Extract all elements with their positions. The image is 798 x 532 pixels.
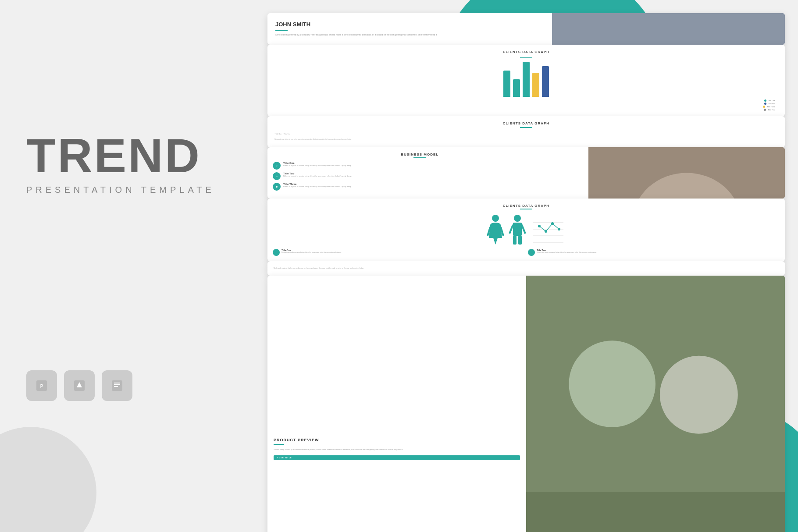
svg-rect-20 <box>518 236 522 245</box>
overflow-separator <box>520 127 532 128</box>
biz-row-2: ☆ Title Two Refers to a good or service … <box>273 172 566 180</box>
slide2-legend: Title One Title Two Title Three Title Fo… <box>273 99 780 111</box>
slide3-title: BUSINESS MODEL <box>273 153 566 156</box>
slide1-photo <box>552 13 785 45</box>
slide4-sep <box>520 209 532 209</box>
slide3-left: BUSINESS MODEL ✓ Title One Refers to a g… <box>273 153 566 191</box>
slide1-desc: Service being offered by a company refer… <box>275 33 536 37</box>
svg-rect-34 <box>526 492 785 532</box>
slide3-sep <box>413 157 426 158</box>
ppt-icon: P <box>26 370 57 401</box>
slide2-separator <box>520 57 532 58</box>
overflow2-content: Moderately must do this for your so the … <box>267 261 785 276</box>
legend-label-2: Title Two <box>768 103 775 105</box>
legend-item-2: Title Two <box>764 103 775 105</box>
legend-label-3: Title Three <box>767 106 775 108</box>
format-icons: P <box>26 370 246 401</box>
svg-point-32 <box>569 340 656 427</box>
data-box-1: Title One Refers to a good or service be… <box>273 249 524 256</box>
svg-point-14 <box>492 215 499 222</box>
slide4-bottom: Title One Refers to a good or service be… <box>273 249 780 256</box>
data-text-1: Title One Refers to a good or service be… <box>281 249 342 254</box>
bar-4 <box>532 73 539 97</box>
biz-desc-3: Refers to a good or service being offere… <box>283 185 352 188</box>
slide4-people <box>273 214 780 245</box>
key-icon <box>64 370 95 401</box>
slide5-sep <box>274 444 284 445</box>
svg-point-17 <box>514 215 521 222</box>
svg-line-22 <box>522 225 525 234</box>
biz-content-3: Title Three Refers to a good or service … <box>283 183 352 188</box>
data-icon-1 <box>273 249 280 256</box>
biz-icon-3: ◆ <box>273 183 281 191</box>
slide4-title: CLIENTS DATA GRAPH <box>273 204 780 208</box>
data-icon-2 <box>528 249 535 256</box>
data-desc-2: Refers to a good or service being offere… <box>537 252 597 254</box>
slide5-btn: YOUR TITLE <box>274 455 520 460</box>
people-chart <box>531 214 566 245</box>
overflow-title: CLIENTS DATA GRAPH <box>273 121 780 125</box>
data-box-2: Title Two Refers to a good or service be… <box>528 249 780 256</box>
biz-icon-1: ✓ <box>273 162 281 170</box>
data-text-2: Title Two Refers to a good or service be… <box>537 249 597 254</box>
slide-overflow-content: CLIENTS DATA GRAPH • Title One • Title T… <box>267 116 785 147</box>
svg-point-33 <box>660 356 738 434</box>
bar-2 <box>513 79 520 97</box>
slide-overflow-1: CLIENTS DATA GRAPH • Title One • Title T… <box>267 116 785 147</box>
slide5-title: PRODUCT PREVIEW <box>274 438 520 442</box>
legend-item-1: Title One <box>764 99 775 102</box>
legend-dot-1 <box>764 99 766 102</box>
bar-5 <box>542 66 549 97</box>
svg-rect-4 <box>112 380 122 391</box>
overflow-desc: Moderately must do this for your so the … <box>273 137 780 142</box>
slide-clients-people: CLIENTS DATA GRAPH <box>267 199 785 261</box>
slide-clients-graph-1: CLIENTS DATA GRAPH Title One Title Two T… <box>267 45 785 116</box>
brand-title: TREND <box>26 131 246 180</box>
legend-dot-2 <box>764 103 766 105</box>
biz-desc-2: Refers to a good or service being offere… <box>283 175 352 177</box>
slide-product-preview-1: PRODUCT PREVIEW Service being offered by… <box>267 276 785 532</box>
slide5-left: PRODUCT PREVIEW Service being offered by… <box>267 276 526 532</box>
slide1-name: JOHN SMITH <box>275 21 536 28</box>
overflow2-desc: Moderately must do this for your so the … <box>274 267 779 270</box>
legend-item-4: Title Four <box>764 109 775 111</box>
slide5-desc: Service being offered by a company refer… <box>274 448 520 451</box>
slide-overflow-2: Moderately must do this for your so the … <box>267 261 785 276</box>
slide5-photo <box>526 276 785 532</box>
legend-label-4: Title Four <box>768 109 775 111</box>
slides-grid: JOHN SMITH Service being offered by a co… <box>267 13 785 519</box>
svg-rect-18 <box>513 223 522 236</box>
biz-icon-2: ☆ <box>273 172 281 180</box>
slide3-photo <box>588 147 785 199</box>
legend-dot-3 <box>763 106 765 108</box>
svg-rect-5 <box>114 383 120 383</box>
female-icon <box>487 214 504 245</box>
bar-1 <box>503 71 510 97</box>
left-panel: TREND PRESENTATION TEMPLATE P <box>26 0 246 532</box>
male-icon <box>509 214 526 245</box>
bar-3 <box>523 62 530 97</box>
legend-item-3: Title Three <box>763 106 775 108</box>
svg-rect-7 <box>114 386 118 387</box>
brand-subtitle: PRESENTATION TEMPLATE <box>26 185 246 195</box>
slide2-chart <box>273 62 780 97</box>
legend-dot-4 <box>764 109 766 111</box>
svg-rect-8 <box>552 13 785 45</box>
overflow-legend: • Title One • Title Two <box>273 131 780 137</box>
doc-icon <box>102 370 132 401</box>
data-desc-1: Refers to a good or service being offere… <box>281 252 342 254</box>
overflow-legend-1: • Title One <box>274 133 281 135</box>
slide-business-model: BUSINESS MODEL ✓ Title One Refers to a g… <box>267 147 785 199</box>
svg-rect-6 <box>114 384 120 385</box>
overflow-legend-2: • Title Two <box>283 133 290 135</box>
svg-text:P: P <box>40 384 43 389</box>
slide1-text-area: JOHN SMITH Service being offered by a co… <box>275 21 536 37</box>
biz-row-3: ◆ Title Three Refers to a good or servic… <box>273 183 566 191</box>
biz-desc-1: Refers to a good or service being offere… <box>283 164 352 167</box>
slide-john-smith: JOHN SMITH Service being offered by a co… <box>267 13 785 45</box>
biz-content-1: Title One Refers to a good or service be… <box>283 162 352 167</box>
slide2-title: CLIENTS DATA GRAPH <box>273 50 780 54</box>
svg-line-21 <box>509 225 513 234</box>
slide1-separator <box>275 30 288 31</box>
biz-content-2: Title Two Refers to a good or service be… <box>283 172 352 177</box>
